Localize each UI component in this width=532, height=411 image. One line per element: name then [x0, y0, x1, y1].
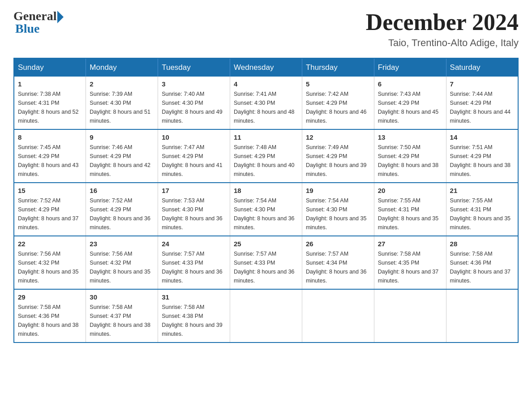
calendar-cell [302, 289, 374, 342]
calendar-cell [446, 289, 518, 342]
day-info: Sunrise: 7:56 AM Sunset: 4:32 PM Dayligh… [18, 249, 82, 285]
calendar-header-row: SundayMondayTuesdayWednesdayThursdayFrid… [14, 58, 518, 77]
day-number: 20 [378, 187, 442, 194]
calendar-cell: 1 Sunrise: 7:38 AM Sunset: 4:31 PM Dayli… [14, 77, 86, 129]
calendar-cell: 19 Sunrise: 7:54 AM Sunset: 4:30 PM Dayl… [302, 183, 374, 236]
day-info: Sunrise: 7:46 AM Sunset: 4:29 PM Dayligh… [90, 143, 154, 179]
day-number: 14 [450, 133, 514, 141]
day-number: 23 [90, 240, 154, 248]
calendar-cell: 12 Sunrise: 7:49 AM Sunset: 4:29 PM Dayl… [302, 129, 374, 183]
day-info: Sunrise: 7:58 AM Sunset: 4:36 PM Dayligh… [18, 303, 82, 338]
page-header: General Blue December 2024 Taio, Trentin… [13, 9, 519, 49]
calendar-cell: 20 Sunrise: 7:55 AM Sunset: 4:31 PM Dayl… [374, 183, 446, 236]
calendar-cell: 23 Sunrise: 7:56 AM Sunset: 4:32 PM Dayl… [86, 236, 158, 289]
day-info: Sunrise: 7:52 AM Sunset: 4:29 PM Dayligh… [90, 196, 154, 232]
day-info: Sunrise: 7:56 AM Sunset: 4:32 PM Dayligh… [90, 249, 154, 285]
day-number: 13 [378, 133, 442, 141]
day-number: 18 [234, 187, 298, 194]
day-number: 29 [18, 293, 82, 301]
logo-arrow-icon [57, 11, 64, 23]
day-number: 10 [162, 133, 226, 141]
calendar-cell: 11 Sunrise: 7:48 AM Sunset: 4:29 PM Dayl… [230, 129, 302, 183]
day-number: 24 [162, 240, 226, 248]
day-number: 11 [234, 133, 298, 141]
header-friday: Friday [374, 58, 446, 77]
day-info: Sunrise: 7:47 AM Sunset: 4:29 PM Dayligh… [162, 143, 226, 179]
logo: General Blue [13, 9, 64, 36]
calendar-cell: 6 Sunrise: 7:43 AM Sunset: 4:29 PM Dayli… [374, 77, 446, 129]
day-info: Sunrise: 7:48 AM Sunset: 4:29 PM Dayligh… [234, 143, 298, 179]
day-number: 6 [378, 80, 442, 88]
calendar-cell: 2 Sunrise: 7:39 AM Sunset: 4:30 PM Dayli… [86, 77, 158, 129]
calendar-cell: 28 Sunrise: 7:58 AM Sunset: 4:36 PM Dayl… [446, 236, 518, 289]
calendar-cell: 17 Sunrise: 7:53 AM Sunset: 4:30 PM Dayl… [158, 183, 230, 236]
calendar-cell: 22 Sunrise: 7:56 AM Sunset: 4:32 PM Dayl… [14, 236, 86, 289]
calendar-cell: 26 Sunrise: 7:57 AM Sunset: 4:34 PM Dayl… [302, 236, 374, 289]
day-info: Sunrise: 7:55 AM Sunset: 4:31 PM Dayligh… [378, 196, 442, 232]
calendar-cell: 15 Sunrise: 7:52 AM Sunset: 4:29 PM Dayl… [14, 183, 86, 236]
day-number: 3 [162, 80, 226, 88]
day-number: 8 [18, 133, 82, 141]
day-info: Sunrise: 7:45 AM Sunset: 4:29 PM Dayligh… [18, 143, 82, 179]
day-number: 22 [18, 240, 82, 248]
day-number: 2 [90, 80, 154, 88]
day-info: Sunrise: 7:39 AM Sunset: 4:30 PM Dayligh… [90, 90, 154, 125]
header-wednesday: Wednesday [230, 58, 302, 77]
header-thursday: Thursday [302, 58, 374, 77]
calendar-cell: 9 Sunrise: 7:46 AM Sunset: 4:29 PM Dayli… [86, 129, 158, 183]
day-info: Sunrise: 7:49 AM Sunset: 4:29 PM Dayligh… [306, 143, 370, 179]
day-info: Sunrise: 7:54 AM Sunset: 4:30 PM Dayligh… [306, 196, 370, 232]
day-info: Sunrise: 7:53 AM Sunset: 4:30 PM Dayligh… [162, 196, 226, 232]
day-number: 1 [18, 80, 82, 88]
calendar-cell [230, 289, 302, 342]
day-number: 26 [306, 240, 370, 248]
day-number: 5 [306, 80, 370, 88]
day-info: Sunrise: 7:42 AM Sunset: 4:29 PM Dayligh… [306, 90, 370, 125]
day-info: Sunrise: 7:57 AM Sunset: 4:34 PM Dayligh… [306, 249, 370, 285]
day-info: Sunrise: 7:54 AM Sunset: 4:30 PM Dayligh… [234, 196, 298, 232]
calendar-week-row: 8 Sunrise: 7:45 AM Sunset: 4:29 PM Dayli… [14, 129, 518, 183]
calendar-cell: 31 Sunrise: 7:58 AM Sunset: 4:38 PM Dayl… [158, 289, 230, 342]
calendar-cell: 13 Sunrise: 7:50 AM Sunset: 4:29 PM Dayl… [374, 129, 446, 183]
calendar-week-row: 15 Sunrise: 7:52 AM Sunset: 4:29 PM Dayl… [14, 183, 518, 236]
day-number: 25 [234, 240, 298, 248]
day-info: Sunrise: 7:58 AM Sunset: 4:36 PM Dayligh… [450, 249, 514, 285]
day-number: 31 [162, 293, 226, 301]
calendar-cell: 21 Sunrise: 7:55 AM Sunset: 4:31 PM Dayl… [446, 183, 518, 236]
day-number: 9 [90, 133, 154, 141]
calendar-cell [374, 289, 446, 342]
day-number: 17 [162, 187, 226, 194]
day-number: 7 [450, 80, 514, 88]
day-info: Sunrise: 7:43 AM Sunset: 4:29 PM Dayligh… [378, 90, 442, 125]
calendar-cell: 18 Sunrise: 7:54 AM Sunset: 4:30 PM Dayl… [230, 183, 302, 236]
day-info: Sunrise: 7:55 AM Sunset: 4:31 PM Dayligh… [450, 196, 514, 232]
day-info: Sunrise: 7:38 AM Sunset: 4:31 PM Dayligh… [18, 90, 82, 125]
header-monday: Monday [86, 58, 158, 77]
calendar-week-row: 1 Sunrise: 7:38 AM Sunset: 4:31 PM Dayli… [14, 77, 518, 129]
calendar-cell: 25 Sunrise: 7:57 AM Sunset: 4:33 PM Dayl… [230, 236, 302, 289]
day-info: Sunrise: 7:57 AM Sunset: 4:33 PM Dayligh… [162, 249, 226, 285]
calendar-cell: 8 Sunrise: 7:45 AM Sunset: 4:29 PM Dayli… [14, 129, 86, 183]
calendar-cell: 30 Sunrise: 7:58 AM Sunset: 4:37 PM Dayl… [86, 289, 158, 342]
day-info: Sunrise: 7:40 AM Sunset: 4:30 PM Dayligh… [162, 90, 226, 125]
calendar-week-row: 29 Sunrise: 7:58 AM Sunset: 4:36 PM Dayl… [14, 289, 518, 342]
day-number: 30 [90, 293, 154, 301]
day-info: Sunrise: 7:57 AM Sunset: 4:33 PM Dayligh… [234, 249, 298, 285]
day-number: 15 [18, 187, 82, 194]
day-number: 12 [306, 133, 370, 141]
calendar-cell: 4 Sunrise: 7:41 AM Sunset: 4:30 PM Dayli… [230, 77, 302, 129]
day-info: Sunrise: 7:52 AM Sunset: 4:29 PM Dayligh… [18, 196, 82, 232]
calendar-cell: 16 Sunrise: 7:52 AM Sunset: 4:29 PM Dayl… [86, 183, 158, 236]
day-info: Sunrise: 7:50 AM Sunset: 4:29 PM Dayligh… [378, 143, 442, 179]
logo-blue-text: Blue [13, 21, 39, 36]
day-number: 27 [378, 240, 442, 248]
day-number: 16 [90, 187, 154, 194]
day-info: Sunrise: 7:58 AM Sunset: 4:37 PM Dayligh… [90, 303, 154, 338]
header-tuesday: Tuesday [158, 58, 230, 77]
calendar-cell: 5 Sunrise: 7:42 AM Sunset: 4:29 PM Dayli… [302, 77, 374, 129]
day-info: Sunrise: 7:41 AM Sunset: 4:30 PM Dayligh… [234, 90, 298, 125]
calendar-cell: 29 Sunrise: 7:58 AM Sunset: 4:36 PM Dayl… [14, 289, 86, 342]
day-number: 19 [306, 187, 370, 194]
month-title: December 2024 [366, 9, 519, 35]
day-info: Sunrise: 7:51 AM Sunset: 4:29 PM Dayligh… [450, 143, 514, 179]
